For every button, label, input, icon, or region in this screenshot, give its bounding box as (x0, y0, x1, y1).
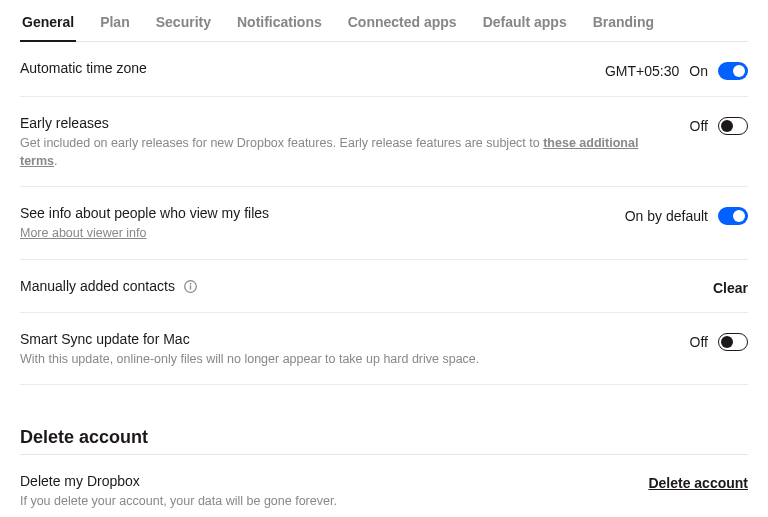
tab-notifications[interactable]: Notifications (235, 8, 324, 41)
row-viewer-info: See info about people who view my files … (20, 187, 748, 260)
viewer-state-label: On by default (625, 208, 708, 224)
smartsync-title: Smart Sync update for Mac (20, 331, 670, 347)
svg-rect-2 (190, 286, 191, 290)
smartsync-subtitle: With this update, online-only files will… (20, 351, 670, 369)
tab-connected-apps[interactable]: Connected apps (346, 8, 459, 41)
row-early-releases: Early releases Get included on early rel… (20, 97, 748, 187)
timezone-toggle[interactable] (718, 62, 748, 80)
tab-general[interactable]: General (20, 8, 76, 42)
tab-security[interactable]: Security (154, 8, 213, 41)
early-state-label: Off (690, 118, 708, 134)
early-sub-suffix: . (54, 154, 57, 168)
delete-my-dropbox-title: Delete my Dropbox (20, 473, 628, 489)
viewer-info-link[interactable]: More about viewer info (20, 226, 146, 240)
row-automatic-timezone: Automatic time zone GMT+05:30 On (20, 42, 748, 97)
timezone-title: Automatic time zone (20, 60, 585, 76)
viewer-info-toggle[interactable] (718, 207, 748, 225)
viewer-info-subtitle: More about viewer info (20, 225, 605, 243)
svg-point-1 (189, 283, 191, 285)
early-sub-prefix: Get included on early releases for new D… (20, 136, 543, 150)
delete-account-button[interactable]: Delete account (648, 475, 748, 491)
viewer-info-title: See info about people who view my files (20, 205, 605, 221)
tab-default-apps[interactable]: Default apps (481, 8, 569, 41)
info-icon[interactable] (183, 279, 198, 294)
delete-my-dropbox-sub: If you delete your account, your data wi… (20, 493, 628, 511)
settings-tabs: General Plan Security Notifications Conn… (20, 0, 748, 42)
early-releases-subtitle: Get included on early releases for new D… (20, 135, 670, 170)
row-smart-sync: Smart Sync update for Mac With this upda… (20, 313, 748, 386)
smartsync-toggle[interactable] (718, 333, 748, 351)
timezone-state-label: On (689, 63, 708, 79)
tab-branding[interactable]: Branding (591, 8, 656, 41)
early-releases-toggle[interactable] (718, 117, 748, 135)
delete-account-heading: Delete account (20, 427, 748, 448)
row-delete-account: Delete my Dropbox If you delete your acc… (20, 455, 748, 517)
early-releases-title: Early releases (20, 115, 670, 131)
timezone-value: GMT+05:30 (605, 63, 679, 79)
tab-plan[interactable]: Plan (98, 8, 132, 41)
contacts-title: Manually added contacts (20, 278, 693, 295)
smartsync-state-label: Off (690, 334, 708, 350)
row-manually-added-contacts: Manually added contacts Clear (20, 260, 748, 313)
contacts-title-text: Manually added contacts (20, 278, 175, 294)
clear-contacts-button[interactable]: Clear (713, 280, 748, 296)
